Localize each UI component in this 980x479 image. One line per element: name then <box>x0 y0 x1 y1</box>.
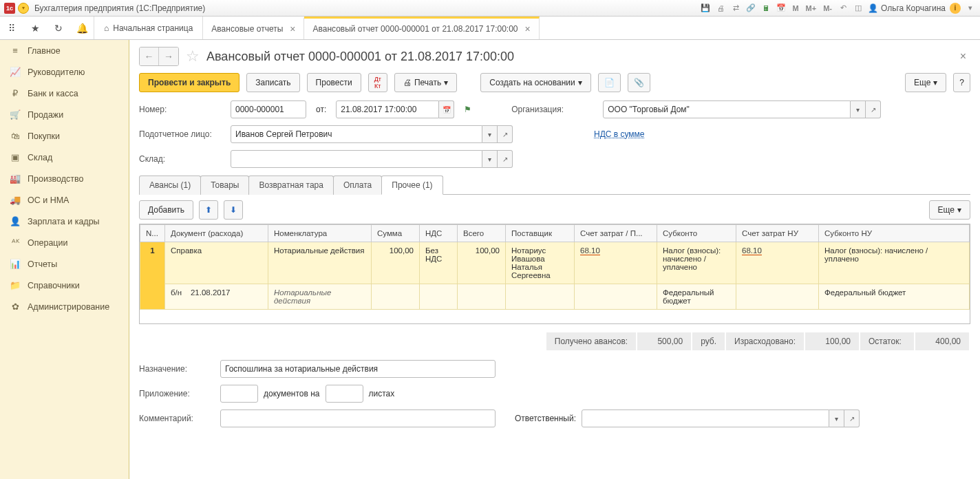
result-button[interactable]: ДтКт <box>368 73 387 92</box>
tab-other[interactable]: Прочее (1) <box>381 175 443 195</box>
open-button[interactable]: ↗ <box>866 100 881 118</box>
number-input[interactable]: 0000-000001 <box>231 100 306 118</box>
sidebar-item-salary[interactable]: 👤Зарплата и кадры <box>0 211 129 232</box>
sheets-count-input[interactable] <box>326 385 363 403</box>
person-input[interactable]: Иванов Сергей Петрович <box>231 125 482 143</box>
sidebar-item-main[interactable]: ≡Главное <box>0 40 129 61</box>
sidebar-item-purchases[interactable]: 🛍Покупки <box>0 125 129 147</box>
create-based-on-button[interactable]: Создать на основании ▾ <box>480 73 591 92</box>
printer-icon: 🖨 <box>403 78 412 87</box>
truck-icon: 🚚 <box>10 195 21 205</box>
home-tab[interactable]: ⌂ Начальная страница <box>94 17 203 39</box>
calendar-picker-button[interactable]: 📅 <box>439 100 454 118</box>
sidebar-item-assets[interactable]: 🚚ОС и НМА <box>0 189 129 211</box>
dropdown-button[interactable]: ▾ <box>482 125 498 143</box>
spent-value: 100,00 <box>805 332 860 350</box>
tab-payment[interactable]: Оплата <box>333 175 382 195</box>
help-button[interactable]: ? <box>953 73 970 92</box>
open-button[interactable]: ↗ <box>498 150 513 168</box>
dropdown-button[interactable]: ▾ <box>482 150 498 168</box>
folder-icon: 📁 <box>10 280 21 290</box>
chevron-down-icon: ▾ <box>578 78 582 87</box>
back-icon[interactable]: ↶ <box>838 3 849 14</box>
compare-icon[interactable]: ⇄ <box>730 3 741 14</box>
history-icon[interactable]: ↻ <box>51 21 66 36</box>
sidebar-item-sales[interactable]: 🛒Продажи <box>0 104 129 125</box>
bell-icon[interactable]: 🔔 <box>74 21 89 36</box>
open-button[interactable]: ↗ <box>498 125 513 143</box>
table-more-button[interactable]: Еще ▾ <box>929 200 970 220</box>
app-menu-dropdown[interactable]: ▾ <box>18 3 29 14</box>
grid-icon: ▣ <box>10 152 21 162</box>
vat-link[interactable]: НДС в сумме <box>594 129 645 139</box>
forward-button[interactable]: → <box>159 47 178 65</box>
responsible-input[interactable] <box>582 409 829 427</box>
expense-table[interactable]: N... Документ (расхода) Номенклатура Сум… <box>140 224 970 310</box>
favorite-star-icon[interactable]: ☆ <box>186 47 200 65</box>
sidebar-item-manager[interactable]: 📈Руководителю <box>0 61 129 83</box>
advances-label: Получено авансов: <box>546 332 637 350</box>
tab-advance-report-doc[interactable]: Авансовый отчет 0000-000001 от 21.08.201… <box>304 17 539 39</box>
memory-mplus[interactable]: M+ <box>805 4 818 12</box>
print-button[interactable]: 🖨 Печать ▾ <box>394 73 457 92</box>
memory-m[interactable]: M <box>791 4 800 12</box>
dropdown-button[interactable]: ▾ <box>851 100 866 118</box>
warehouse-label: Склад: <box>139 154 225 164</box>
docs-count-input[interactable] <box>220 385 258 403</box>
balance-value: 400,00 <box>915 332 970 350</box>
balance-label: Остаток: <box>860 332 915 350</box>
user-menu[interactable]: 👤 Ольга Корчагина <box>868 3 946 13</box>
info-icon[interactable]: i <box>950 3 961 14</box>
apps-icon[interactable]: ⠿ <box>4 21 19 36</box>
add-row-button[interactable]: Добавить <box>139 200 193 220</box>
sidebar-item-admin[interactable]: ✿Администрирование <box>0 296 129 317</box>
sidebar-item-bank[interactable]: ₽Банк и касса <box>0 83 129 104</box>
status-flag-icon[interactable]: ⚑ <box>464 105 471 114</box>
save-button[interactable]: Записать <box>246 73 299 92</box>
table-row[interactable]: 1 Справка Нотариальные действия 100,00 Б… <box>140 242 970 284</box>
move-up-button[interactable]: ⬆ <box>199 200 218 220</box>
print-icon[interactable]: 🖨 <box>715 3 726 14</box>
warehouse-input[interactable] <box>231 150 482 168</box>
dropdown-icon[interactable]: ▾ <box>965 3 976 14</box>
nav-back-forward: ← → <box>139 47 179 66</box>
purpose-input[interactable]: Госпошлина за нотариальные действия <box>220 360 496 378</box>
more-button[interactable]: Еще ▾ <box>905 73 946 92</box>
calendar-icon[interactable]: 📅 <box>776 3 787 14</box>
tab-goods[interactable]: Товары <box>200 175 249 195</box>
close-doc-button[interactable]: × <box>956 50 970 63</box>
calc-icon[interactable]: 🖩 <box>760 3 771 14</box>
close-icon[interactable]: × <box>525 23 531 34</box>
sidebar-item-warehouse[interactable]: ▣Склад <box>0 147 129 168</box>
date-input[interactable]: 21.08.2017 17:00:00 <box>336 100 439 118</box>
sidebar-item-catalogs[interactable]: 📁Справочники <box>0 275 129 296</box>
post-button[interactable]: Провести <box>307 73 361 92</box>
table-row[interactable]: б/н 21.08.2017 Нотариальные действия Фед… <box>140 284 970 310</box>
dropdown-button[interactable]: ▾ <box>829 409 844 427</box>
org-input[interactable]: ООО "Торговый Дом" <box>603 100 851 118</box>
sidebar-item-production[interactable]: 🏭Производство <box>0 168 129 189</box>
close-icon[interactable]: × <box>290 23 295 34</box>
comment-input[interactable] <box>220 409 496 427</box>
back-button[interactable]: ← <box>140 47 159 65</box>
sidebar-item-operations[interactable]: ᴬᴷОперации <box>0 232 129 253</box>
sidebar-item-reports[interactable]: 📊Отчеты <box>0 253 129 275</box>
tab-return-tare[interactable]: Возвратная тара <box>248 175 334 195</box>
link-icon[interactable]: 🔗 <box>745 3 756 14</box>
open-button[interactable]: ↗ <box>844 409 860 427</box>
move-down-button[interactable]: ⬇ <box>224 200 243 220</box>
chevron-down-icon: ▾ <box>933 78 937 87</box>
tab-advance-reports[interactable]: Авансовые отчеты × <box>203 17 304 39</box>
memory-mminus[interactable]: M- <box>822 4 833 12</box>
star-icon[interactable]: ★ <box>28 21 43 36</box>
nav-bar: ⠿ ★ ↻ 🔔 ⌂ Начальная страница Авансовые о… <box>0 17 980 40</box>
attach-button[interactable]: 📎 <box>628 73 650 92</box>
ops-icon: ᴬᴷ <box>10 237 21 248</box>
tab-advances[interactable]: Авансы (1) <box>139 175 201 195</box>
bars-icon: 📊 <box>10 259 21 269</box>
post-and-close-button[interactable]: Провести и закрыть <box>139 73 239 92</box>
panel-icon[interactable]: ◫ <box>853 3 864 14</box>
save-icon[interactable]: 💾 <box>700 3 711 14</box>
comment-label: Комментарий: <box>139 414 215 423</box>
files-button[interactable]: 📄 <box>598 73 621 92</box>
